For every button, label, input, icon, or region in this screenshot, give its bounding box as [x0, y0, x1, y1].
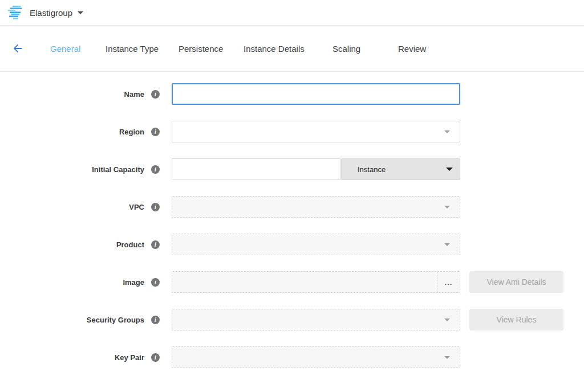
- app-switcher-menu[interactable]: Elastigroup: [8, 5, 83, 20]
- info-icon[interactable]: i: [151, 90, 160, 99]
- elastigroup-logo-icon: [8, 5, 24, 20]
- image-input-disabled: ...: [172, 271, 460, 293]
- browse-ellipsis-button: ...: [437, 272, 460, 292]
- chevron-down-icon: [444, 318, 450, 321]
- initial-capacity-input[interactable]: [172, 158, 341, 180]
- capacity-unit-value: Instance: [358, 165, 386, 174]
- form-row-key-pair: Key Pair i: [0, 346, 584, 368]
- vpc-label: VPC: [0, 203, 144, 211]
- view-ami-details-button: View Ami Details: [469, 271, 563, 293]
- info-glyph: i: [155, 129, 156, 135]
- tab-instance-details[interactable]: Instance Details: [244, 43, 305, 53]
- key-pair-select-disabled: [172, 346, 460, 368]
- image-label: Image: [0, 278, 144, 287]
- form-row-initial-capacity: Initial Capacity i Instance: [0, 158, 584, 180]
- form-row-vpc: VPC i: [0, 196, 584, 218]
- vpc-select-disabled: [172, 196, 460, 218]
- image-value: [172, 272, 437, 292]
- info-icon[interactable]: i: [151, 128, 160, 136]
- view-rules-button: View Rules: [469, 309, 563, 330]
- name-label: Name: [0, 90, 144, 99]
- security-groups-label: Security Groups: [0, 316, 144, 324]
- info-icon[interactable]: i: [151, 203, 160, 211]
- product-select-disabled: [172, 234, 460, 255]
- info-glyph: i: [155, 279, 156, 285]
- info-glyph: i: [155, 166, 156, 173]
- info-glyph: i: [155, 204, 156, 210]
- chevron-down-icon: [444, 356, 450, 359]
- initial-capacity-label: Initial Capacity: [0, 165, 144, 174]
- chevron-down-icon: [444, 206, 450, 209]
- form-row-security-groups: Security Groups i View Rules: [0, 309, 584, 330]
- info-glyph: i: [155, 91, 156, 97]
- wizard-tab-bar: General Instance Type Persistence Instan…: [0, 26, 584, 72]
- back-arrow-button[interactable]: [11, 42, 24, 55]
- info-glyph: i: [155, 317, 156, 323]
- chevron-down-icon: [78, 11, 83, 14]
- tab-persistence[interactable]: Persistence: [179, 43, 223, 53]
- name-input[interactable]: [172, 83, 460, 105]
- top-app-bar: Elastigroup: [0, 0, 584, 26]
- security-groups-select-disabled: [172, 309, 460, 330]
- general-settings-form: Name i Region i Initial Capacity i Insta…: [0, 72, 584, 368]
- form-row-region: Region i: [0, 121, 584, 142]
- capacity-unit-select[interactable]: Instance: [341, 158, 460, 180]
- chevron-down-icon: [446, 168, 453, 171]
- info-icon[interactable]: i: [151, 240, 160, 249]
- form-row-image: Image i ... View Ami Details: [0, 271, 584, 293]
- tab-instance-type[interactable]: Instance Type: [106, 43, 159, 53]
- info-glyph: i: [155, 354, 156, 361]
- info-icon[interactable]: i: [151, 278, 160, 287]
- key-pair-label: Key Pair: [0, 353, 144, 362]
- info-glyph: i: [155, 242, 156, 248]
- tab-general[interactable]: General: [50, 43, 80, 53]
- region-select[interactable]: [172, 121, 460, 142]
- info-icon[interactable]: i: [151, 353, 160, 362]
- info-icon[interactable]: i: [151, 316, 160, 324]
- app-title: Elastigroup: [30, 8, 72, 18]
- tab-review[interactable]: Review: [398, 43, 426, 53]
- tab-scaling[interactable]: Scaling: [332, 43, 360, 53]
- form-row-product: Product i: [0, 234, 584, 255]
- chevron-down-icon: [444, 130, 450, 133]
- info-icon[interactable]: i: [151, 165, 160, 174]
- form-row-name: Name i: [0, 83, 584, 105]
- region-label: Region: [0, 128, 144, 136]
- product-label: Product: [0, 240, 144, 249]
- chevron-down-icon: [444, 243, 450, 246]
